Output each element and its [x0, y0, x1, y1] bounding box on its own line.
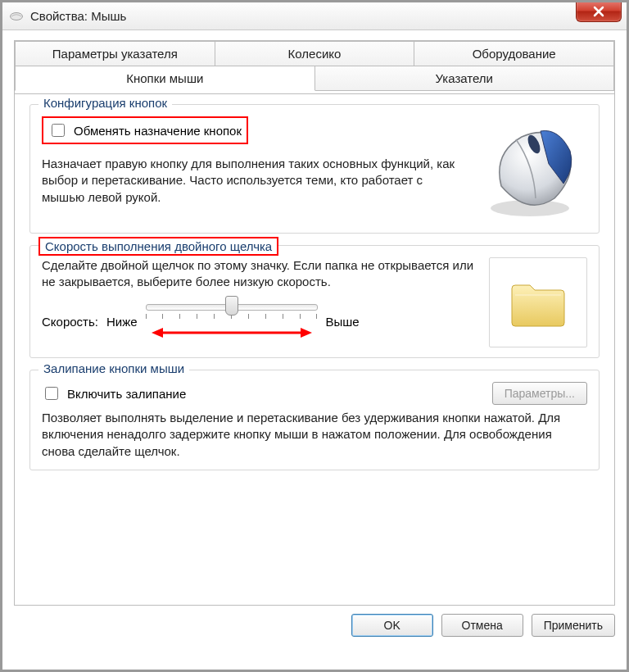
- group-button-config-legend: Конфигурация кнопок: [38, 96, 172, 110]
- speed-high-label: Выше: [326, 315, 360, 329]
- clicklock-label: Включить залипание: [67, 387, 186, 401]
- doubleclick-desc: Сделайте двойной щелчок по этому значку.…: [42, 257, 477, 291]
- svg-point-0: [11, 12, 23, 20]
- swap-buttons-checkbox[interactable]: [52, 124, 65, 137]
- tab-hardware[interactable]: Оборудование: [414, 41, 614, 66]
- tab-pointer-options[interactable]: Параметры указателя: [15, 41, 215, 66]
- clicklock-settings-button[interactable]: Параметры...: [492, 382, 587, 405]
- speed-label: Скорость:: [42, 315, 98, 329]
- tab-row-front: Кнопки мыши Указатели: [15, 66, 614, 91]
- group-button-config: Конфигурация кнопок Обменять назначение …: [29, 104, 600, 234]
- swap-buttons-label: Обменять назначение кнопок: [74, 124, 242, 138]
- mouse-image-frame: [473, 116, 587, 223]
- close-button[interactable]: [576, 1, 622, 22]
- ok-button[interactable]: OK: [351, 614, 433, 637]
- clicklock-desc: Позволяет выполнять выделение и перетаск…: [42, 410, 587, 460]
- tab-container: Параметры указателя Колесико Оборудовани…: [14, 40, 615, 606]
- apply-button[interactable]: Применить: [532, 614, 615, 637]
- folder-image-frame[interactable]: [489, 257, 587, 347]
- titlebar: Свойства: Мышь: [2, 2, 627, 30]
- dialog-footer: OK Отмена Применить: [2, 606, 627, 647]
- clicklock-checkbox[interactable]: [45, 387, 58, 400]
- tab-buttons[interactable]: Кнопки мыши: [15, 66, 315, 91]
- speed-low-label: Ниже: [106, 315, 138, 329]
- red-double-arrow-icon: [150, 325, 314, 340]
- group-clicklock: Залипание кнопки мыши Включить залипание…: [29, 370, 600, 470]
- tab-row-back: Параметры указателя Колесико Оборудовани…: [15, 41, 614, 66]
- svg-marker-5: [301, 328, 312, 338]
- group-doubleclick: Скорость выполнения двойного щелчка Сдел…: [29, 245, 600, 358]
- svg-marker-4: [152, 328, 163, 338]
- group-clicklock-legend: Залипание кнопки мыши: [38, 361, 189, 375]
- mouse-title-icon: [9, 11, 24, 22]
- slider-thumb[interactable]: [225, 296, 238, 316]
- group-doubleclick-legend: Скорость выполнения двойного щелчка: [38, 237, 278, 256]
- swap-buttons-desc: Назначает правую кнопку для выполнения т…: [42, 156, 461, 206]
- dialog-body: Параметры указателя Колесико Оборудовани…: [2, 30, 627, 606]
- speed-slider[interactable]: [146, 304, 318, 340]
- tab-wheel[interactable]: Колесико: [215, 41, 415, 66]
- swap-buttons-row[interactable]: Обменять назначение кнопок: [42, 116, 248, 144]
- speed-slider-row: Скорость: Ниже: [42, 304, 477, 340]
- close-icon: [593, 6, 604, 17]
- mouse-icon: [477, 116, 583, 223]
- tab-pointers[interactable]: Указатели: [315, 66, 615, 91]
- window-title: Свойства: Мышь: [30, 9, 126, 23]
- folder-icon: [505, 274, 571, 331]
- tab-page-buttons: Конфигурация кнопок Обменять назначение …: [15, 93, 614, 605]
- cancel-button[interactable]: Отмена: [441, 614, 523, 637]
- clicklock-enable-row[interactable]: Включить залипание: [42, 384, 186, 402]
